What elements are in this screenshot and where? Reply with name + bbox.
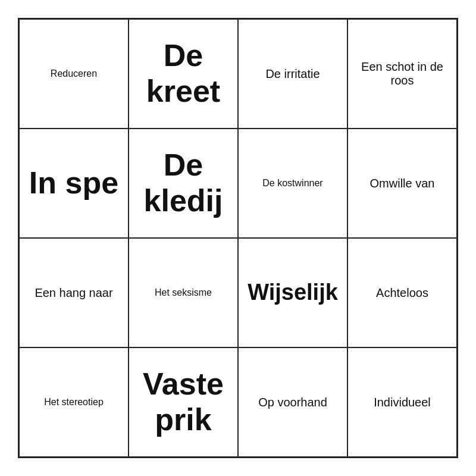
cell-r3c0: Het stereotiep (19, 347, 129, 457)
cell-r1c2: De kostwinner (238, 129, 347, 238)
cell-r2c0: Een hang naar (19, 238, 129, 347)
cell-r1c3: Omwille van (347, 129, 457, 238)
bingo-card: ReducerenDe kreetDe irritatieEen schot i… (18, 18, 458, 458)
cell-r1c0: In spe (19, 129, 129, 238)
cell-r0c3: Een schot in de roos (347, 19, 457, 129)
cell-r3c1: Vaste prik (129, 347, 238, 457)
cell-r3c3: Individueel (347, 347, 457, 457)
cell-r0c1: De kreet (129, 19, 238, 129)
cell-r0c0: Reduceren (19, 19, 129, 129)
cell-r2c1: Het seksisme (129, 238, 238, 347)
cell-r2c2: Wijselijk (238, 238, 347, 347)
cell-r0c2: De irritatie (238, 19, 347, 129)
cell-r1c1: De kledij (129, 129, 238, 238)
cell-r2c3: Achteloos (347, 238, 457, 347)
cell-r3c2: Op voorhand (238, 347, 347, 457)
